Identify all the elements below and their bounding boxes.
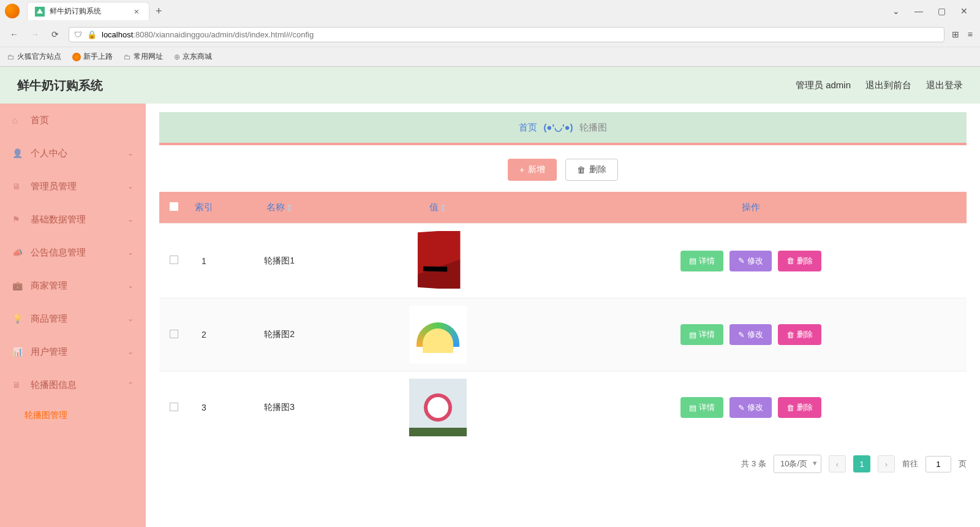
table-row: 3 轮播图3 ▤详情 ✎修改 🗑删除: [159, 371, 967, 444]
chevron-up-icon: ⌃: [127, 381, 134, 389]
sidebar-item-profile[interactable]: 👤 个人中心 ⌄: [0, 137, 146, 170]
trash-icon: 🗑: [577, 165, 586, 175]
sidebar-item-basedata[interactable]: ⚑ 基础数据管理 ⌄: [0, 203, 146, 236]
tab-title: 鲜牛奶订购系统: [50, 6, 132, 17]
next-page-button[interactable]: ›: [878, 455, 895, 472]
globe-icon: ⊕: [174, 53, 180, 61]
cell-name: 轮播图2: [219, 298, 339, 371]
forward-button[interactable]: →: [28, 27, 42, 42]
window-minimize-icon[interactable]: —: [914, 6, 923, 16]
table-header-row: 索引 名称▲▼ 值▲▼ 操作: [159, 192, 967, 224]
firefox-logo-icon: [5, 4, 20, 18]
window-maximize-icon[interactable]: ▢: [938, 6, 946, 16]
cell-actions: ▤详情 ✎修改 🗑删除: [536, 298, 967, 371]
cell-name: 轮播图1: [219, 224, 339, 298]
edit-icon: ✎: [738, 330, 745, 339]
sidebar: ⌂ 首页 👤 个人中心 ⌄ 🖥 管理员管理 ⌄ ⚑ 基础数据管理 ⌄ 📣 公告信…: [0, 104, 146, 527]
window-dropdown-icon[interactable]: ⌄: [892, 6, 900, 16]
url-bar-row: ← → ⟳ 🛡 🔒 localhost:8080/xiannaidinggou/…: [0, 22, 980, 47]
edit-button[interactable]: ✎修改: [729, 251, 772, 271]
page-size-select[interactable]: 10条/页: [774, 455, 821, 473]
goto-page-input[interactable]: [925, 456, 951, 472]
pagination-total: 共 3 条: [741, 458, 766, 469]
col-value[interactable]: 值▲▼: [339, 192, 536, 224]
folder-icon: 🗀: [124, 53, 131, 61]
trash-icon: 🗑: [786, 403, 794, 412]
row-checkbox[interactable]: [170, 256, 178, 264]
to-frontend-link[interactable]: 退出到前台: [865, 80, 911, 91]
chevron-down-icon: ⌄: [127, 182, 134, 191]
row-checkbox[interactable]: [170, 330, 178, 338]
sidebar-item-product[interactable]: 💡 商品管理 ⌄: [0, 302, 146, 335]
tab-close-icon[interactable]: ×: [132, 7, 141, 17]
folder-icon: 🗀: [7, 53, 15, 61]
sort-icon: ▲▼: [440, 203, 446, 213]
extension-icon[interactable]: ⊞: [952, 29, 959, 39]
col-index[interactable]: 索引: [189, 192, 219, 224]
prev-page-button[interactable]: ‹: [829, 455, 846, 472]
cell-value: [339, 224, 536, 298]
row-delete-button[interactable]: 🗑删除: [778, 251, 821, 271]
app-header: 鲜牛奶订购系统 管理员 admin 退出到前台 退出登录: [0, 67, 980, 104]
sidebar-item-carousel[interactable]: 🖥 轮播图信息 ⌃: [0, 368, 146, 401]
new-tab-button[interactable]: +: [149, 2, 168, 20]
url-host: localhost: [102, 30, 133, 39]
edit-icon: ✎: [738, 403, 745, 412]
sidebar-item-home[interactable]: ⌂ 首页: [0, 104, 146, 137]
add-button[interactable]: + 新增: [508, 159, 557, 181]
url-path: :8080/xiannaidinggou/admin/dist/index.ht…: [133, 30, 314, 39]
toolbar: + 新增 🗑 删除: [159, 159, 967, 181]
row-checkbox[interactable]: [170, 403, 178, 411]
sidebar-item-admin[interactable]: 🖥 管理员管理 ⌄: [0, 170, 146, 203]
trash-icon: 🗑: [786, 330, 794, 339]
breadcrumb-home[interactable]: 首页: [519, 122, 537, 134]
logout-link[interactable]: 退出登录: [926, 80, 963, 91]
delete-button[interactable]: 🗑 删除: [565, 159, 618, 181]
back-button[interactable]: ←: [7, 27, 21, 42]
sidebar-item-merchant[interactable]: 💼 商家管理 ⌄: [0, 269, 146, 302]
sort-icon: ▲▼: [286, 203, 292, 213]
url-bar[interactable]: 🛡 🔒 localhost:8080/xiannaidinggou/admin/…: [69, 27, 944, 42]
sidebar-subitem-carousel-manage[interactable]: 轮播图管理: [0, 401, 146, 430]
sidebar-item-user[interactable]: 📊 用户管理 ⌄: [0, 335, 146, 368]
chevron-down-icon: ⌄: [127, 149, 134, 157]
goto-suffix: 页: [959, 458, 967, 469]
detail-icon: ▤: [689, 330, 696, 339]
sidebar-item-notice[interactable]: 📣 公告信息管理 ⌄: [0, 236, 146, 269]
breadcrumb-separator: (●'◡'●): [543, 122, 573, 133]
edit-button[interactable]: ✎修改: [729, 324, 772, 345]
chevron-down-icon: ⌄: [127, 248, 134, 257]
chevron-down-icon: ⌄: [127, 281, 134, 290]
detail-button[interactable]: ▤详情: [680, 251, 723, 271]
row-delete-button[interactable]: 🗑删除: [778, 397, 821, 418]
browser-tab[interactable]: 鲜牛奶订购系统 ×: [27, 2, 149, 20]
cell-actions: ▤详情 ✎修改 🗑删除: [536, 224, 967, 298]
bookmark-common-sites[interactable]: 🗀常用网址: [124, 51, 163, 62]
goto-prefix: 前往: [902, 458, 918, 469]
detail-button[interactable]: ▤详情: [680, 324, 723, 345]
col-checkbox: [159, 192, 189, 224]
bookmark-firefox-site[interactable]: 🗀火狐官方站点: [7, 51, 61, 62]
checkbox-all[interactable]: [170, 202, 178, 211]
cell-index: 3: [189, 371, 219, 444]
flag-icon: ⚑: [12, 214, 23, 224]
cell-index: 2: [189, 298, 219, 371]
page-number-1[interactable]: 1: [853, 455, 870, 472]
table-row: 2 轮播图2 ▤详情 ✎修改 🗑删除: [159, 298, 967, 371]
bookmarks-bar: 🗀火狐官方站点 新手上路 🗀常用网址 ⊕京东商城: [0, 47, 980, 66]
bookmark-getting-started[interactable]: 新手上路: [72, 51, 113, 62]
breadcrumb-current: 轮播图: [579, 122, 607, 134]
detail-button[interactable]: ▤详情: [680, 397, 723, 418]
reload-button[interactable]: ⟳: [49, 27, 61, 42]
bookmark-jd[interactable]: ⊕京东商城: [174, 51, 212, 62]
col-action: 操作: [536, 192, 967, 224]
monitor-icon: 🖥: [12, 181, 23, 191]
menu-icon[interactable]: ≡: [968, 29, 973, 39]
edit-button[interactable]: ✎修改: [729, 397, 772, 418]
col-name[interactable]: 名称▲▼: [219, 192, 339, 224]
admin-label[interactable]: 管理员 admin: [796, 80, 851, 91]
carousel-image-3: [409, 379, 467, 436]
window-close-icon[interactable]: ✕: [960, 6, 968, 16]
header-actions: 管理员 admin 退出到前台 退出登录: [796, 80, 963, 91]
row-delete-button[interactable]: 🗑删除: [778, 324, 821, 345]
